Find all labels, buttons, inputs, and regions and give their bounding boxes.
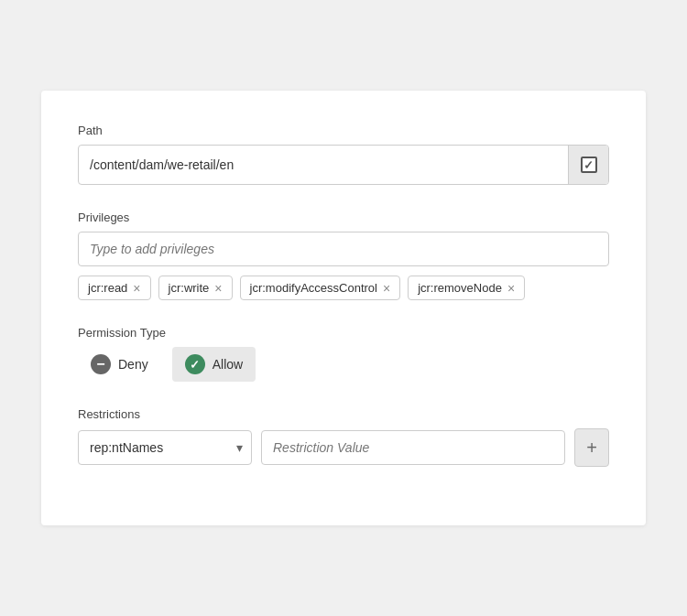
allow-icon: ✓ — [185, 354, 205, 374]
path-input[interactable] — [79, 148, 568, 181]
restriction-value-input[interactable] — [261, 430, 565, 465]
tag-remove-jcr-remove[interactable]: × — [507, 282, 515, 295]
deny-icon: − — [91, 354, 111, 374]
permission-type-field-group: Permission Type − Deny ✓ Allow — [78, 326, 609, 382]
tag-remove-jcr-read[interactable]: × — [133, 282, 140, 295]
path-checkbox[interactable] — [568, 146, 608, 184]
tag-label: jcr:read — [88, 281, 127, 295]
restrictions-label: Restrictions — [78, 407, 609, 421]
tag-remove-jcr-modify[interactable]: × — [383, 282, 390, 295]
privileges-input[interactable] — [78, 232, 609, 266]
restrictions-field-group: Restrictions rep:ntNames rep:itemNames r… — [78, 407, 609, 467]
tag-remove-jcr-write[interactable]: × — [214, 282, 222, 295]
plus-icon: + — [586, 438, 597, 459]
deny-label: Deny — [118, 357, 148, 372]
privileges-tags: jcr:read × jcr:write × jcr:modifyAccessC… — [78, 276, 609, 300]
path-field-group: Path — [78, 124, 609, 185]
path-label: Path — [78, 124, 609, 137]
permission-type-label: Permission Type — [78, 326, 609, 340]
deny-option[interactable]: − Deny — [78, 347, 161, 382]
tag-label: jcr:removeNode — [418, 281, 502, 295]
tag-jcr-read: jcr:read × — [78, 276, 151, 300]
allow-label: Allow — [213, 357, 243, 372]
restriction-select-wrapper: rep:ntNames rep:itemNames rep:glob ▾ — [78, 430, 252, 465]
allow-option[interactable]: ✓ Allow — [172, 347, 256, 382]
tag-label: jcr:modifyAccessControl — [250, 281, 377, 295]
privileges-field-group: Privileges jcr:read × jcr:write × jcr:mo… — [78, 211, 609, 300]
permission-type-row: − Deny ✓ Allow — [78, 347, 609, 382]
privileges-label: Privileges — [78, 211, 609, 224]
path-row — [78, 145, 609, 185]
checkmark-icon — [581, 157, 597, 173]
tag-jcr-write: jcr:write × — [158, 276, 233, 300]
tag-jcr-remove: jcr:removeNode × — [408, 276, 525, 300]
tag-label: jcr:write — [169, 281, 210, 295]
restrictions-row: rep:ntNames rep:itemNames rep:glob ▾ + — [78, 428, 609, 467]
form-card: Path Privileges jcr:read × jcr:write × j… — [41, 91, 646, 525]
restriction-select[interactable]: rep:ntNames rep:itemNames rep:glob — [78, 430, 252, 465]
tag-jcr-modify: jcr:modifyAccessControl × — [240, 276, 401, 300]
add-restriction-button[interactable]: + — [574, 428, 609, 467]
